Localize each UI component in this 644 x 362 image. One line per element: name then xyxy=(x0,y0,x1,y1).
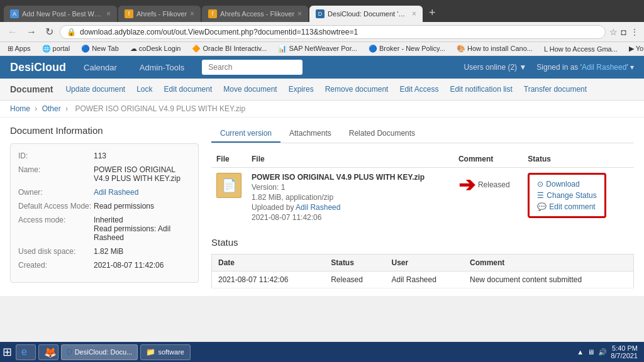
toolbar-edit-notification[interactable]: Edit notification list xyxy=(445,82,517,96)
file-icon: 📄 xyxy=(216,173,242,198)
info-name: Name: POWER ISO ORIGINAL V4.9 PLUS WITH … xyxy=(18,165,191,183)
toolbar-expires[interactable]: Expires xyxy=(284,82,319,96)
tab-close-3[interactable]: × xyxy=(297,9,302,18)
nav-calendar[interactable]: Calendar xyxy=(79,60,122,75)
bookmark-sap[interactable]: 📊 SAP NetWeaver Por... xyxy=(275,44,359,53)
bookmarks-bar: ⊞ Apps 🌐 portal 🔵 New Tab ☁ coDesk Login… xyxy=(0,42,644,56)
taskbar-desicloud-app[interactable]: D DesiCloud: Docu... xyxy=(61,344,138,360)
lock-icon: 🔒 xyxy=(67,28,76,36)
extensions-button[interactable]: ◘ xyxy=(621,27,626,37)
bookmark-cano[interactable]: 🎨 How to install Cano... xyxy=(454,44,535,53)
bookmark-new-tab[interactable]: 🔵 New Tab xyxy=(79,44,121,53)
ie-icon: e xyxy=(21,346,27,358)
doc-toolbar-label: Document xyxy=(10,84,53,94)
tray-volume-icon[interactable]: 🔊 xyxy=(598,348,607,356)
browser-tab-2[interactable]: f Ahrefs - Flikover × xyxy=(118,6,201,22)
comment-cell: ➔ Released xyxy=(453,168,523,228)
bookmark-apps[interactable]: ⊞ Apps xyxy=(5,44,33,53)
file-name: POWER ISO ORIGINAL V4.9 PLUS WITH KEY.zi… xyxy=(252,173,448,182)
col-status: Status xyxy=(523,151,623,168)
info-access-mode-value: InheritedRead permissions: Adil Rasheed xyxy=(94,216,191,242)
taskbar-software-app[interactable]: 📁 software xyxy=(140,344,191,360)
uploader-link[interactable]: Adil Rasheed xyxy=(296,203,340,212)
taskbar-software-label: software xyxy=(158,348,184,356)
bookmark-portal[interactable]: 🌐 portal xyxy=(40,44,73,53)
taskbar-ie-icon[interactable]: e xyxy=(16,344,36,360)
tab-favicon-2: f xyxy=(125,9,133,18)
bookmark-star-button[interactable]: ☆ xyxy=(609,27,618,37)
status-row: 2021-08-07 11:42:06 Released Adil Rashee… xyxy=(212,272,634,288)
tab-label-4: DesiCloud: Document 'POWER I... xyxy=(328,10,409,18)
tab-label-2: Ahrefs - Flikover xyxy=(136,10,187,18)
signed-in-link[interactable]: Adil Rasheed xyxy=(582,63,626,72)
menu-button[interactable]: ⋮ xyxy=(630,27,639,37)
bookmark-oracle[interactable]: 🔶 Oracle BI Interactiv... xyxy=(189,44,269,53)
tab-attachments[interactable]: Attachments xyxy=(280,125,340,143)
edit-comment-link[interactable]: 💬 Edit comment xyxy=(537,202,596,211)
browser-tab-1[interactable]: A Add New Post - Best Web Servic... × xyxy=(4,6,117,22)
file-size: 1.82 MiB, application/zip xyxy=(252,193,448,202)
file-date: 2021-08-07 11:42:06 xyxy=(252,213,448,222)
info-panel: ID: 113 Name: POWER ISO ORIGINAL V4.9 PL… xyxy=(10,143,199,283)
browser-tab-4[interactable]: D DesiCloud: Document 'POWER I... × xyxy=(309,6,423,22)
tab-related-documents[interactable]: Related Documents xyxy=(340,125,424,143)
info-created-label: Created: xyxy=(18,261,94,270)
info-id-label: ID: xyxy=(18,151,94,160)
firefox-icon: 🦊 xyxy=(44,346,57,358)
actions-cell: ⊙ Download ☰ Change Status 💬 Edit commen… xyxy=(523,168,623,228)
back-button[interactable]: ← xyxy=(5,25,20,39)
info-disk-label: Used disk space: xyxy=(18,247,94,256)
action-box: ⊙ Download ☰ Change Status 💬 Edit commen… xyxy=(528,173,606,218)
tab-favicon-4: D xyxy=(316,9,325,18)
info-owner-value: Adil Rasheed xyxy=(94,188,138,197)
tray-network-icon: 🖥 xyxy=(587,348,594,356)
breadcrumb-other[interactable]: Other xyxy=(42,104,61,113)
search-input[interactable] xyxy=(202,60,303,75)
info-name-label: Name: xyxy=(18,165,94,183)
users-online[interactable]: Users online (2) ▼ xyxy=(464,63,526,72)
download-link[interactable]: ⊙ Download xyxy=(537,180,596,189)
taskbar-firefox-icon[interactable]: 🦊 xyxy=(38,344,58,360)
change-status-link[interactable]: ☰ Change Status xyxy=(537,191,596,200)
info-disk-space: Used disk space: 1.82 MiB xyxy=(18,247,191,256)
tab-current-version[interactable]: Current version xyxy=(211,125,280,143)
tab-favicon-3: f xyxy=(208,9,217,18)
info-access-mode: Access mode: InheritedRead permissions: … xyxy=(18,216,191,242)
toolbar-move-document[interactable]: Move document xyxy=(218,82,282,96)
tab-label-1: Add New Post - Best Web Servic... xyxy=(22,10,103,18)
tray-up-arrow[interactable]: ▲ xyxy=(577,348,584,356)
forward-button[interactable]: → xyxy=(24,25,39,39)
bookmark-youtube[interactable]: ▶ YouTube xyxy=(626,44,644,53)
info-default-access-label: Default Access Mode: xyxy=(18,202,94,211)
status-section: Status Date Status User Comment 2021-08-… xyxy=(211,237,634,288)
browser-tab-3[interactable]: f Ahrefs Access - Flikover × xyxy=(202,6,308,22)
info-default-access-value: Read permissions xyxy=(94,202,154,211)
bookmark-codesk[interactable]: ☁ coDesk Login xyxy=(128,44,184,53)
breadcrumb-home[interactable]: Home xyxy=(10,104,30,113)
status-table: Date Status User Comment 2021-08-07 11:4… xyxy=(211,254,634,288)
toolbar-remove-document[interactable]: Remove document xyxy=(320,82,394,96)
bookmark-broker[interactable]: 🔵 Broker - New Policy... xyxy=(366,44,448,53)
windows-start-button[interactable]: ⊞ xyxy=(3,345,12,359)
toolbar-update-document[interactable]: Update document xyxy=(60,82,130,96)
tab-close-1[interactable]: × xyxy=(106,9,111,18)
app-logo[interactable]: DesiCloud xyxy=(10,61,66,74)
toolbar-lock[interactable]: Lock xyxy=(131,82,157,96)
bookmark-gmail[interactable]: L How to Access Gma... xyxy=(541,45,620,53)
toolbar-edit-document[interactable]: Edit document xyxy=(159,82,218,96)
taskbar-start-area: ⊞ xyxy=(3,345,12,359)
file-icon-cell: 📄 xyxy=(211,168,247,228)
toolbar-edit-access[interactable]: Edit Access xyxy=(394,82,443,96)
tab-close-2[interactable]: × xyxy=(190,9,194,18)
doc-info-panel: Document Information ID: 113 Name: POWER… xyxy=(10,125,199,288)
tab-close-4[interactable]: × xyxy=(412,9,416,18)
owner-link[interactable]: Adil Rasheed xyxy=(94,188,138,197)
refresh-button[interactable]: ↻ xyxy=(43,25,56,39)
toolbar-transfer-document[interactable]: Transfer document xyxy=(519,82,592,96)
nav-admin-tools[interactable]: Admin-Tools xyxy=(135,60,190,75)
address-bar[interactable]: 🔒 download.adyblaze.com/out/out.ViewDocu… xyxy=(60,25,606,39)
edit-comment-icon: 💬 xyxy=(537,202,547,211)
new-tab-button[interactable]: + xyxy=(424,4,441,22)
app-header: DesiCloud Calendar Admin-Tools Users onl… xyxy=(0,56,644,79)
tab-favicon-1: A xyxy=(10,9,19,18)
